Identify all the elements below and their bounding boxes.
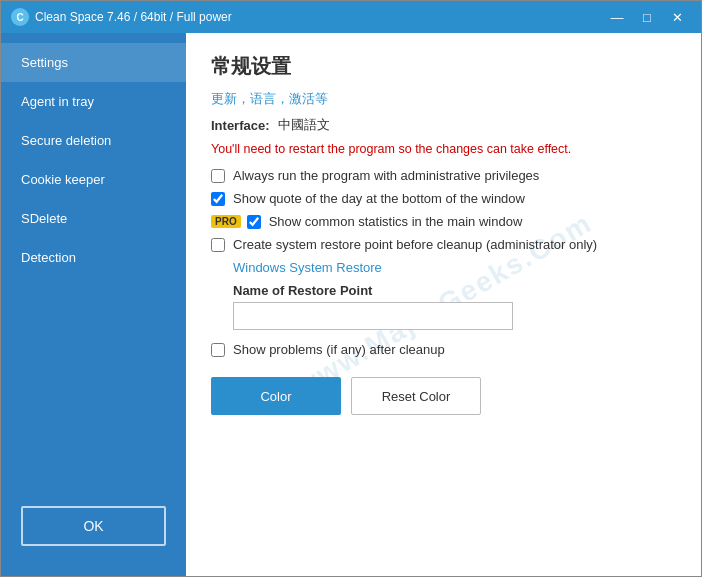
content-area: Settings Agent in tray Secure deletion C… xyxy=(1,33,701,576)
windows-restore-link[interactable]: Windows System Restore xyxy=(233,260,676,275)
sidebar-item-detection[interactable]: Detection xyxy=(1,238,186,277)
restore-name-label: Name of Restore Point xyxy=(233,283,676,298)
window-controls: — □ ✕ xyxy=(603,7,691,27)
sidebar-ok-area: OK xyxy=(1,496,186,566)
update-link[interactable]: 更新，语言，激活等 xyxy=(211,91,328,106)
color-button[interactable]: Color xyxy=(211,377,341,415)
checkbox-show-problems[interactable] xyxy=(211,343,225,357)
sidebar-item-cookie-keeper[interactable]: Cookie keeper xyxy=(1,160,186,199)
sidebar: Settings Agent in tray Secure deletion C… xyxy=(1,33,186,576)
checkbox-system-restore[interactable] xyxy=(211,238,225,252)
panel-content: 常规设置 更新，语言，激活等 Interface: 中國語文 You'll ne… xyxy=(211,53,676,415)
restore-point-input[interactable] xyxy=(233,302,513,330)
close-button[interactable]: ✕ xyxy=(663,7,691,27)
reset-color-button[interactable]: Reset Color xyxy=(351,377,481,415)
sidebar-item-settings[interactable]: Settings xyxy=(1,43,186,82)
checkbox-quote-of-day[interactable] xyxy=(211,192,225,206)
main-panel: www.MajorGeeks.Com 常规设置 更新，语言，激活等 Interf… xyxy=(186,33,701,576)
restart-notice: You'll need to restart the program so th… xyxy=(211,142,676,156)
checkbox-row-5: Show problems (if any) after cleanup xyxy=(211,342,676,357)
ok-button[interactable]: OK xyxy=(21,506,166,546)
titlebar: C Clean Space 7.46 / 64bit / Full power … xyxy=(1,1,701,33)
sidebar-item-sdelete[interactable]: SDelete xyxy=(1,199,186,238)
minimize-button[interactable]: — xyxy=(603,7,631,27)
bottom-buttons: Color Reset Color xyxy=(211,377,676,415)
checkbox-admin-privileges[interactable] xyxy=(211,169,225,183)
pro-badge: PRO xyxy=(211,215,241,228)
interface-row: Interface: 中國語文 xyxy=(211,116,676,134)
pro-row: PRO Show common statistics in the main w… xyxy=(211,214,676,229)
checkbox-row-4: Create system restore point before clean… xyxy=(211,237,676,252)
sidebar-item-agent-in-tray[interactable]: Agent in tray xyxy=(1,82,186,121)
checkbox-row-2: Show quote of the day at the bottom of t… xyxy=(211,191,676,206)
panel-title: 常规设置 xyxy=(211,53,676,80)
checkbox-common-statistics-label: Show common statistics in the main windo… xyxy=(269,214,523,229)
checkbox-row-1: Always run the program with administrati… xyxy=(211,168,676,183)
maximize-button[interactable]: □ xyxy=(633,7,661,27)
window-title: Clean Space 7.46 / 64bit / Full power xyxy=(35,10,603,24)
checkbox-show-problems-label: Show problems (if any) after cleanup xyxy=(233,342,445,357)
checkbox-quote-of-day-label: Show quote of the day at the bottom of t… xyxy=(233,191,525,206)
checkbox-row-3: Show common statistics in the main windo… xyxy=(247,214,523,229)
interface-value: 中國語文 xyxy=(278,116,330,134)
interface-label: Interface: xyxy=(211,118,270,133)
app-icon: C xyxy=(11,8,29,26)
checkbox-common-statistics[interactable] xyxy=(247,215,261,229)
checkbox-system-restore-label: Create system restore point before clean… xyxy=(233,237,597,252)
checkbox-admin-privileges-label: Always run the program with administrati… xyxy=(233,168,539,183)
main-window: C Clean Space 7.46 / 64bit / Full power … xyxy=(0,0,702,577)
sidebar-item-secure-deletion[interactable]: Secure deletion xyxy=(1,121,186,160)
